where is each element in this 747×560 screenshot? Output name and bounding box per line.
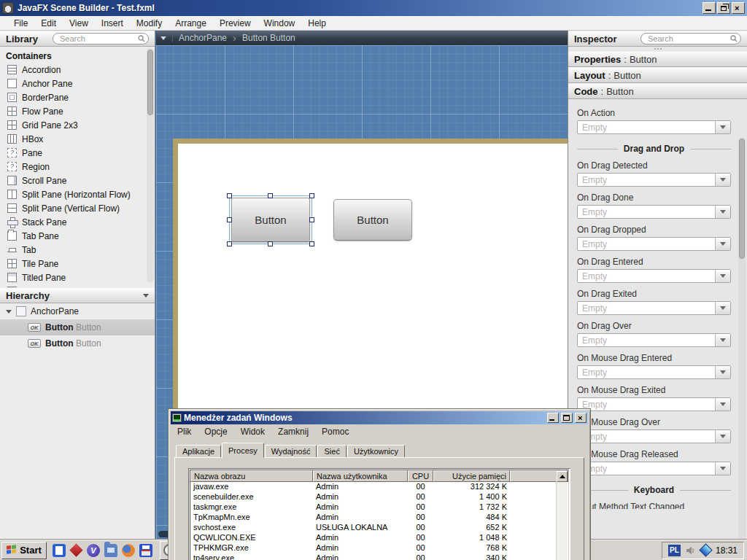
menu-help[interactable]: Help: [301, 17, 333, 30]
tab-wydajnosc[interactable]: Wydajność: [265, 445, 317, 458]
restore-button[interactable]: [717, 2, 730, 14]
inspector-search-input[interactable]: [640, 33, 741, 44]
floppy-disk-icon[interactable]: [139, 544, 152, 557]
library-item-accordion[interactable]: Accordion: [0, 63, 155, 77]
library-item-stack-pane[interactable]: Stack Pane: [0, 215, 155, 229]
tab-uzytkownicy[interactable]: Użytkownicy: [347, 445, 405, 458]
taskmgr-menu-zamknij[interactable]: Zamknij: [271, 425, 315, 438]
scene-builder-titlebar[interactable]: JavaFX Scene Builder - Test.fxml ×: [0, 0, 747, 16]
menu-arrange[interactable]: Arrange: [169, 17, 213, 30]
taskmgr-maximize-button[interactable]: [561, 413, 573, 423]
process-row[interactable]: TpKmapMn.exe Admin 00 484 K: [190, 513, 568, 523]
section-layout[interactable]: Layout : Button: [568, 67, 747, 83]
process-row[interactable]: TPHKMGR.exe Admin 00 768 K: [190, 543, 568, 553]
process-row[interactable]: scenebuilder.exe Admin 00 1 400 K: [190, 492, 568, 502]
library-item-region[interactable]: Region: [0, 160, 155, 174]
taskmgr-menu-pomoc[interactable]: Pomoc: [315, 425, 355, 438]
combo-arrow-icon[interactable]: [715, 206, 730, 218]
on-drag-detected-combo[interactable]: Empty: [577, 173, 731, 187]
on-mouse-drag-over-combo[interactable]: Empty: [577, 429, 731, 443]
hierarchy-item-button-2[interactable]: OK Button Button: [0, 335, 155, 351]
canvas-button[interactable]: Button: [333, 199, 412, 241]
section-properties[interactable]: Properties : Button: [568, 51, 747, 67]
menu-view[interactable]: View: [63, 17, 95, 30]
library-item-split-pane-horizontal[interactable]: Split Pane (Horizontal Flow): [0, 187, 155, 201]
taskmgr-menu-plik[interactable]: Plik: [171, 425, 198, 438]
library-item-split-pane-vertical[interactable]: Split Pane (Vertical Flow): [0, 201, 155, 215]
breadcrumb-button[interactable]: Button Button: [242, 33, 295, 43]
column-nazwa-uzytkownika[interactable]: Nazwa użytkownika: [313, 470, 408, 482]
combo-arrow-icon[interactable]: [715, 121, 730, 133]
combo-arrow-icon[interactable]: [715, 174, 730, 186]
library-item-anchor-pane[interactable]: Anchor Pane: [0, 77, 155, 90]
hierarchy-menu-icon[interactable]: [143, 294, 149, 298]
task-manager-titlebar[interactable]: Menedżer zadań Windows ×: [171, 411, 588, 424]
library-item-titled-pane[interactable]: Titled Pane: [0, 271, 155, 284]
on-mouse-drag-released-combo[interactable]: Empty: [577, 462, 731, 475]
combo-arrow-icon[interactable]: [715, 398, 730, 411]
library-item-tab-pane[interactable]: Tab Pane: [0, 229, 155, 243]
on-drag-entered-combo[interactable]: Empty: [577, 269, 731, 283]
taskmgr-minimize-button[interactable]: [547, 413, 559, 423]
minimize-button[interactable]: [703, 2, 716, 14]
language-indicator[interactable]: PL: [668, 545, 681, 556]
menu-window[interactable]: Window: [258, 17, 302, 30]
library-item-scroll-pane[interactable]: Scroll Pane: [0, 174, 155, 187]
library-item-grid-pane[interactable]: Grid Pane 2x3: [0, 118, 155, 132]
process-row[interactable]: taskmgr.exe Admin 00 1 732 K: [190, 502, 568, 513]
menu-edit[interactable]: Edit: [34, 17, 63, 30]
process-row[interactable]: javaw.exe Admin 00 312 324 K: [190, 482, 568, 492]
on-drag-dropped-combo[interactable]: Empty: [577, 237, 731, 251]
column-nazwa-obrazu[interactable]: Nazwa obrazu: [190, 470, 313, 482]
library-item-borderpane[interactable]: BorderPane: [0, 90, 155, 104]
on-mouse-drag-entered-combo[interactable]: Empty: [577, 365, 731, 379]
library-item-tab[interactable]: Tab: [0, 243, 155, 257]
combo-arrow-icon[interactable]: [715, 430, 730, 443]
menu-file[interactable]: File: [7, 17, 34, 30]
folder-icon[interactable]: [104, 544, 117, 557]
taskmgr-menu-widok[interactable]: Widok: [234, 425, 271, 438]
library-scrollbar[interactable]: [147, 48, 154, 283]
menu-modify[interactable]: Modify: [130, 17, 169, 30]
process-table-scrollbar[interactable]: [556, 471, 568, 560]
task-manager-window[interactable]: Menedżer zadań Windows × Plik Opcje Wido…: [168, 408, 591, 560]
disclosure-icon[interactable]: [6, 310, 12, 314]
menu-preview[interactable]: Preview: [213, 17, 258, 30]
combo-arrow-icon[interactable]: [715, 462, 730, 475]
process-row[interactable]: svchost.exe USŁUGA LOKALNA 00 652 K: [190, 523, 568, 533]
combo-arrow-icon[interactable]: [715, 238, 730, 250]
hierarchy-item-button-1[interactable]: OK Button Button: [0, 319, 155, 335]
on-action-combo[interactable]: Empty: [577, 120, 731, 134]
start-button[interactable]: Start: [1, 542, 47, 559]
section-code[interactable]: Code : Button: [568, 83, 747, 99]
combo-arrow-icon[interactable]: [715, 366, 730, 378]
scroll-up-icon[interactable]: [557, 471, 568, 482]
v-app-icon[interactable]: V: [87, 544, 100, 557]
internet-explorer-icon[interactable]: [53, 544, 66, 557]
breadcrumb-anchorpane[interactable]: AnchorPane: [179, 33, 227, 43]
process-row[interactable]: tp4serv.exe Admin 00 340 K: [190, 553, 568, 560]
library-item-hbox[interactable]: HBox: [0, 132, 155, 146]
library-item-pane[interactable]: Pane: [0, 146, 155, 160]
process-row[interactable]: QCWLICON.EXE Admin 00 1 048 K: [190, 533, 568, 543]
combo-arrow-icon[interactable]: [715, 302, 730, 314]
column-uzycie-pamieci[interactable]: Użycie pamięci: [433, 470, 510, 482]
canvas-button-selected[interactable]: Button: [231, 198, 310, 242]
taskmgr-close-button[interactable]: ×: [575, 413, 587, 423]
column-cpu[interactable]: CPU: [408, 470, 433, 482]
close-button[interactable]: ×: [732, 2, 745, 14]
breadcrumb-menu-icon[interactable]: [160, 36, 166, 40]
firefox-icon[interactable]: [122, 544, 135, 557]
library-search-input[interactable]: [53, 33, 149, 44]
on-drag-done-combo[interactable]: Empty: [577, 205, 731, 219]
combo-arrow-icon[interactable]: [715, 270, 730, 282]
red-app-icon[interactable]: [69, 543, 82, 556]
library-item-tool-bar[interactable]: Tool Bar: [0, 284, 155, 287]
combo-arrow-icon[interactable]: [715, 334, 730, 346]
on-mouse-drag-exited-combo[interactable]: Empty: [577, 397, 731, 411]
volume-icon[interactable]: [686, 545, 696, 556]
tab-procesy[interactable]: Procesy: [222, 443, 264, 458]
inspector-scrollbar[interactable]: [738, 137, 746, 545]
hierarchy-item-anchorpane[interactable]: AnchorPane: [0, 303, 155, 319]
library-item-flow-pane[interactable]: Flow Pane: [0, 104, 155, 118]
